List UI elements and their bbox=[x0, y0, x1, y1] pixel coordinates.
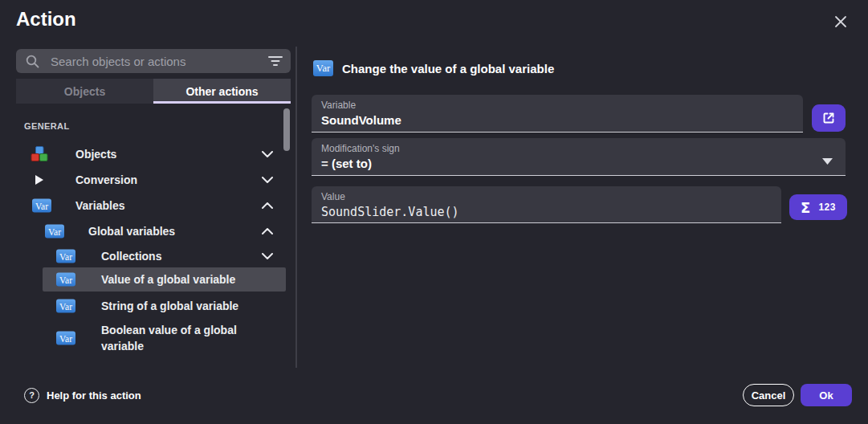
tree-item-string-of-global-variable[interactable]: Var String of a global variable bbox=[0, 294, 295, 318]
chevron-down-icon[interactable] bbox=[262, 151, 273, 157]
search-bar bbox=[16, 49, 291, 73]
tree-item-label: Global variables bbox=[88, 225, 175, 238]
tree-item-label: Conversion bbox=[75, 173, 137, 186]
var-badge-icon: Var bbox=[45, 225, 64, 238]
objects-cubes-icon bbox=[31, 146, 48, 162]
var-badge-icon: Var bbox=[56, 250, 75, 263]
open-variable-editor-button[interactable] bbox=[812, 104, 846, 132]
chevron-up-icon[interactable] bbox=[262, 202, 273, 209]
var-badge-icon: Var bbox=[32, 199, 51, 213]
tree-item-label: Boolean value of a global variable bbox=[101, 322, 268, 354]
variable-field-label: Variable bbox=[321, 100, 793, 111]
tree-item-value-of-global-variable[interactable]: Var Value of a global variable bbox=[43, 267, 286, 292]
filter-icon[interactable] bbox=[268, 55, 283, 67]
tab-active-underline bbox=[153, 101, 291, 104]
tree-item-boolean-of-global-variable[interactable]: Var Boolean value of a global variable bbox=[0, 320, 295, 357]
help-link[interactable]: ? Help for this action bbox=[24, 384, 141, 406]
tree-item-global-variables[interactable]: Var Global variables bbox=[0, 218, 295, 244]
numeric-123-icon: 123 bbox=[818, 202, 836, 213]
dialog-title: Action bbox=[16, 8, 76, 31]
search-icon bbox=[26, 55, 39, 68]
expression-builder-button[interactable]: Σ 123 bbox=[789, 194, 847, 220]
tree-item-label: Value of a global variable bbox=[101, 273, 235, 286]
variable-field[interactable]: Variable bbox=[312, 95, 803, 132]
tree-item-collections[interactable]: Var Collections bbox=[0, 244, 295, 268]
value-field[interactable]: Value bbox=[312, 186, 781, 223]
panel-divider bbox=[295, 47, 297, 368]
conversion-triangle-icon bbox=[35, 175, 43, 185]
sigma-icon: Σ bbox=[801, 199, 810, 216]
modification-sign-value: = (set to) bbox=[321, 157, 836, 170]
cancel-button[interactable]: Cancel bbox=[743, 384, 794, 406]
tree-item-variables[interactable]: Var Variables bbox=[0, 193, 295, 218]
chevron-down-icon[interactable] bbox=[262, 253, 273, 259]
tree-item-objects[interactable]: Objects bbox=[0, 141, 295, 167]
close-icon[interactable] bbox=[830, 11, 851, 32]
category-tabs: Objects Other actions bbox=[16, 79, 291, 104]
dropdown-caret-icon bbox=[822, 158, 833, 165]
action-heading: Change the value of a global variable bbox=[342, 60, 554, 76]
tree-item-label: Collections bbox=[101, 250, 161, 263]
modification-sign-label: Modification's sign bbox=[321, 143, 836, 154]
search-input[interactable] bbox=[51, 55, 268, 68]
ok-button[interactable]: Ok bbox=[801, 384, 852, 406]
tree-item-label: String of a global variable bbox=[101, 300, 238, 312]
tree-item-conversion[interactable]: Conversion bbox=[0, 167, 295, 193]
variable-input[interactable] bbox=[321, 113, 793, 127]
var-badge-icon: Var bbox=[56, 332, 75, 345]
chevron-up-icon[interactable] bbox=[262, 228, 273, 234]
value-field-label: Value bbox=[321, 191, 772, 202]
tab-objects[interactable]: Objects bbox=[16, 79, 153, 104]
var-badge-icon: Var bbox=[313, 60, 333, 76]
chevron-down-icon[interactable] bbox=[262, 177, 273, 183]
tree-scrollbar[interactable] bbox=[283, 108, 290, 151]
tree-item-label: Objects bbox=[75, 148, 116, 161]
tree-item-label: Variables bbox=[75, 199, 125, 212]
value-expression-input[interactable] bbox=[321, 205, 772, 219]
var-badge-icon: Var bbox=[56, 300, 75, 313]
tab-other-actions[interactable]: Other actions bbox=[153, 79, 291, 104]
action-dialog: Action Objects Other actions GENERAL Obj… bbox=[0, 0, 868, 424]
modification-sign-select[interactable]: Modification's sign = (set to) bbox=[312, 138, 846, 176]
var-badge-icon: Var bbox=[56, 273, 75, 287]
help-label: Help for this action bbox=[47, 389, 141, 402]
help-question-icon: ? bbox=[24, 388, 39, 403]
open-in-new-icon bbox=[821, 110, 837, 126]
tree-group-label: GENERAL bbox=[24, 121, 70, 131]
